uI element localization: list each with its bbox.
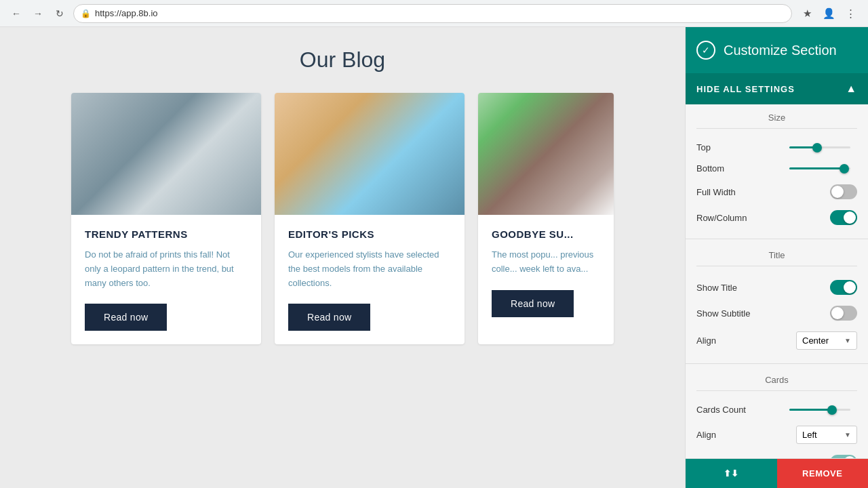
cards-section: Cards Cards Count Align Left bbox=[686, 367, 868, 458]
top-setting-row: Top bbox=[696, 137, 857, 158]
main-area: Our Blog TRENDY PATTERNS Do not be afrai… bbox=[0, 27, 868, 488]
address-bar[interactable]: 🔒 https://app.8b.io bbox=[73, 4, 792, 23]
full-width-toggle-knob bbox=[831, 186, 844, 198]
bottom-slider-fill bbox=[789, 167, 844, 169]
card-1-image bbox=[71, 93, 261, 215]
show-subtitle-toggle[interactable] bbox=[830, 306, 857, 321]
blog-card-2: EDITOR'S PICKS Our experienced stylists … bbox=[275, 93, 465, 344]
divider-1 bbox=[686, 239, 868, 239]
align-title-label: Align bbox=[696, 336, 716, 346]
chevron-up-icon: ▲ bbox=[846, 83, 857, 95]
extra-toggle-knob bbox=[844, 456, 856, 458]
align-cards-dropdown[interactable]: Left ▼ bbox=[796, 426, 857, 444]
card-2-read-now-button[interactable]: Read now bbox=[288, 304, 370, 331]
extra-toggle-row bbox=[696, 449, 857, 458]
card-2-text: Our experienced stylists have selected t… bbox=[288, 248, 451, 290]
align-cards-row: Align Left ▼ bbox=[696, 420, 857, 449]
bottom-slider[interactable] bbox=[789, 167, 857, 169]
align-title-value: Center bbox=[802, 336, 829, 346]
cards-count-label: Cards Count bbox=[696, 405, 746, 415]
blog-card-1: TRENDY PATTERNS Do not be afraid of prin… bbox=[71, 93, 261, 344]
card-3-read-now-button[interactable]: Read now bbox=[492, 290, 574, 317]
align-title-row: Align Center ▼ bbox=[696, 326, 857, 355]
cards-count-slider[interactable] bbox=[789, 409, 857, 411]
right-panel: ✓ Customize Section HIDE ALL SETTINGS ▲ … bbox=[685, 27, 868, 488]
align-cards-value: Left bbox=[802, 430, 817, 440]
card-1-body: TRENDY PATTERNS Do not be afraid of prin… bbox=[71, 215, 261, 344]
check-icon: ✓ bbox=[696, 41, 715, 60]
divider-2 bbox=[686, 363, 868, 364]
menu-button[interactable]: ⋮ bbox=[841, 4, 860, 23]
hide-settings-label: HIDE ALL SETTINGS bbox=[696, 84, 795, 94]
move-button[interactable]: ⬆⬇ bbox=[686, 459, 777, 488]
row-column-label: Row/Column bbox=[696, 213, 747, 223]
hide-all-settings-button[interactable]: HIDE ALL SETTINGS ▲ bbox=[686, 73, 868, 104]
card-1-text: Do not be afraid of prints this fall! No… bbox=[85, 248, 248, 290]
show-title-toggle-knob bbox=[844, 281, 856, 293]
remove-button[interactable]: REMOVE bbox=[777, 459, 869, 488]
bottom-slider-thumb[interactable] bbox=[840, 164, 849, 174]
align-title-dropdown[interactable]: Center ▼ bbox=[796, 331, 857, 350]
blog-section: Our Blog TRENDY PATTERNS Do not be afrai… bbox=[0, 27, 685, 488]
bottom-setting-row: Bottom bbox=[696, 158, 857, 179]
align-title-dropdown-arrow: ▼ bbox=[844, 337, 851, 344]
card-1-read-now-button[interactable]: Read now bbox=[85, 304, 167, 331]
align-cards-dropdown-arrow: ▼ bbox=[844, 431, 851, 439]
bottom-slider-track bbox=[789, 167, 850, 169]
card-3-title: GOODBYE SU... bbox=[492, 228, 600, 240]
show-title-row: Show Title bbox=[696, 274, 857, 300]
profile-button[interactable]: 👤 bbox=[819, 4, 838, 23]
forward-button[interactable]: → bbox=[30, 5, 46, 22]
cards-count-row: Cards Count bbox=[696, 399, 857, 420]
row-column-toggle-knob bbox=[844, 211, 856, 224]
blog-card-3: GOODBYE SU... The most popu... previous … bbox=[478, 93, 614, 344]
show-title-label: Show Title bbox=[696, 283, 737, 293]
full-width-row: Full Width bbox=[696, 179, 857, 205]
card-2-image bbox=[275, 93, 465, 215]
full-width-toggle[interactable] bbox=[830, 184, 857, 199]
size-section-label: Size bbox=[696, 113, 857, 129]
cards-count-slider-track bbox=[789, 409, 850, 411]
align-cards-label: Align bbox=[696, 430, 716, 440]
card-2-body: EDITOR'S PICKS Our experienced stylists … bbox=[275, 215, 465, 344]
top-slider-thumb[interactable] bbox=[812, 143, 822, 152]
title-section: Title Show Title Show Subtitle bbox=[686, 242, 868, 361]
refresh-button[interactable]: ↻ bbox=[52, 5, 68, 22]
show-subtitle-label: Show Subtitle bbox=[696, 308, 751, 319]
lock-icon: 🔒 bbox=[81, 9, 91, 18]
card-3-text: The most popu... previous colle... week … bbox=[492, 248, 600, 277]
top-slider[interactable] bbox=[789, 146, 857, 148]
blog-title: Our Blog bbox=[14, 47, 671, 73]
cards-container: TRENDY PATTERNS Do not be afraid of prin… bbox=[14, 93, 671, 344]
extra-toggle[interactable] bbox=[830, 455, 857, 458]
card-2-title: EDITOR'S PICKS bbox=[288, 228, 451, 240]
row-column-row: Row/Column bbox=[696, 205, 857, 230]
bookmark-button[interactable]: ★ bbox=[797, 4, 816, 23]
show-title-toggle[interactable] bbox=[830, 280, 857, 295]
row-column-toggle[interactable] bbox=[830, 210, 857, 225]
show-subtitle-row: Show Subtitle bbox=[696, 300, 857, 326]
full-width-label: Full Width bbox=[696, 187, 736, 197]
size-section: Size Top Bottom bbox=[686, 104, 868, 236]
title-section-label: Title bbox=[696, 250, 857, 266]
bottom-label: Bottom bbox=[696, 163, 724, 174]
card-3-image bbox=[478, 93, 614, 215]
card-1-title: TRENDY PATTERNS bbox=[85, 228, 248, 240]
cards-count-slider-fill bbox=[789, 409, 832, 411]
card-3-body: GOODBYE SU... The most popu... previous … bbox=[478, 215, 614, 331]
url-text: https://app.8b.io bbox=[95, 8, 158, 18]
move-icon: ⬆⬇ bbox=[724, 468, 738, 479]
back-button[interactable]: ← bbox=[8, 5, 24, 22]
browser-chrome: ← → ↻ 🔒 https://app.8b.io ★ 👤 ⋮ bbox=[0, 0, 868, 27]
top-slider-track bbox=[789, 146, 850, 148]
show-subtitle-toggle-knob bbox=[831, 307, 844, 319]
panel-content: Size Top Bottom bbox=[686, 104, 868, 458]
panel-footer: ⬆⬇ REMOVE bbox=[686, 458, 868, 488]
panel-header-title: Customize Section bbox=[724, 43, 837, 58]
cards-section-label: Cards bbox=[696, 375, 857, 391]
panel-header: ✓ Customize Section bbox=[686, 27, 868, 73]
top-label: Top bbox=[696, 142, 711, 152]
cards-count-slider-thumb[interactable] bbox=[827, 405, 837, 415]
